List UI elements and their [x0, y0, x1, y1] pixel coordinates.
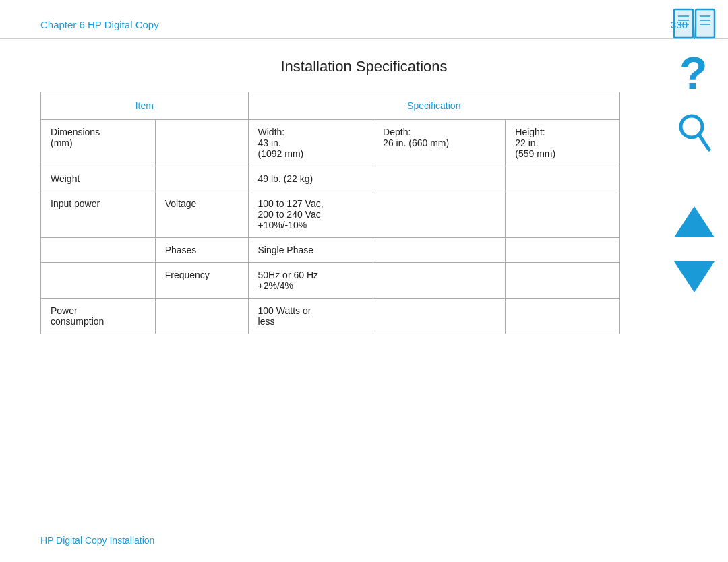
row-val1-frequency: 50Hz or 60 Hz+2%/4% — [248, 263, 373, 299]
row-val3-frequency — [506, 263, 620, 299]
table-row: Powerconsumption 100 Watts orless — [41, 299, 620, 334]
chapter-link[interactable]: Chapter 6 HP Digital Copy — [40, 19, 159, 30]
row-val3-phases — [506, 238, 620, 263]
table-row: Weight 49 lb. (22 kg) — [41, 166, 620, 191]
row-item-inputpower: Input power — [41, 191, 156, 238]
table-row: Frequency 50Hz or 60 Hz+2%/4% — [41, 263, 620, 299]
row-val2-voltage — [373, 191, 506, 238]
row-val1-dimensions: Width:43 in.(1092 mm) — [248, 120, 373, 166]
svg-rect-1 — [696, 9, 715, 38]
row-sub-voltage: Voltage — [155, 191, 248, 238]
row-val3-weight — [506, 166, 620, 191]
row-sub-phases: Phases — [155, 238, 248, 263]
row-val2-phases — [373, 238, 506, 263]
svg-rect-0 — [674, 9, 693, 38]
row-val3-dimensions: Height:22 in.(559 mm) — [506, 120, 620, 166]
magnifier-icon[interactable] — [677, 112, 712, 154]
row-val2-weight — [373, 166, 506, 191]
svg-line-13 — [699, 135, 709, 150]
row-val3-powerconsumption — [506, 299, 620, 334]
page-header: Chapter 6 HP Digital Copy 330 — [0, 0, 728, 39]
row-item-weight: Weight — [41, 166, 156, 191]
row-sub-weight — [155, 166, 248, 191]
question-icon[interactable]: ? — [677, 54, 712, 100]
table-row: Phases Single Phase — [41, 238, 620, 263]
row-val1-weight: 49 lb. (22 kg) — [248, 166, 373, 191]
row-val2-powerconsumption — [373, 299, 506, 334]
svg-text:?: ? — [679, 54, 708, 98]
page-footer: HP Digital Copy Installation — [40, 535, 154, 546]
row-val1-voltage: 100 to 127 Vac,200 to 240 Vac+10%/-10% — [248, 191, 373, 238]
footer-link[interactable]: HP Digital Copy Installation — [40, 535, 154, 546]
row-item-phases — [41, 238, 156, 263]
main-content: Item Specification Dimensions(mm) Width:… — [0, 92, 728, 334]
page-title: Installation Specifications — [0, 39, 728, 92]
arrow-up-icon[interactable] — [674, 206, 715, 237]
row-sub-powerconsumption — [155, 299, 248, 334]
col-header-spec: Specification — [248, 92, 619, 120]
row-val2-frequency — [373, 263, 506, 299]
row-item-dimensions: Dimensions(mm) — [41, 120, 156, 166]
row-item-powerconsumption: Powerconsumption — [41, 299, 156, 334]
book-icon[interactable] — [673, 7, 716, 42]
sidebar-icons: ? — [673, 7, 716, 292]
table-header-row: Item Specification — [41, 92, 620, 120]
table-row: Input power Voltage 100 to 127 Vac,200 t… — [41, 191, 620, 238]
row-item-frequency — [41, 263, 156, 299]
row-val3-voltage — [506, 191, 620, 238]
row-val1-powerconsumption: 100 Watts orless — [248, 299, 373, 334]
col-header-item: Item — [41, 92, 249, 120]
arrow-down-icon[interactable] — [674, 261, 715, 292]
row-sub-dimensions — [155, 120, 248, 166]
row-sub-frequency: Frequency — [155, 263, 248, 299]
table-row: Dimensions(mm) Width:43 in.(1092 mm) Dep… — [41, 120, 620, 166]
spec-table: Item Specification Dimensions(mm) Width:… — [40, 92, 620, 334]
row-val2-dimensions: Depth:26 in. (660 mm) — [373, 120, 506, 166]
row-val1-phases: Single Phase — [248, 238, 373, 263]
